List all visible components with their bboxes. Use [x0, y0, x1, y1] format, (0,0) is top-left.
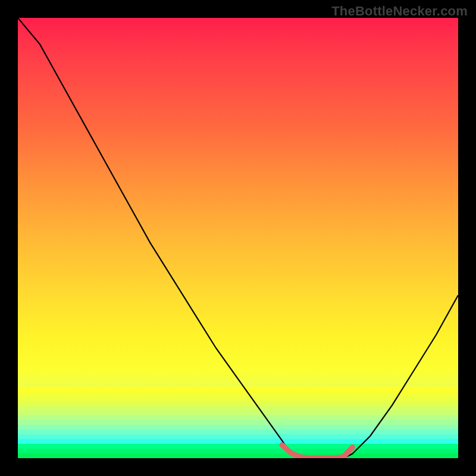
chart-stage: TheBottleNecker.com: [0, 0, 476, 476]
plot-area: [18, 18, 458, 458]
curve-layer: [18, 18, 458, 458]
bottleneck-curve-path: [18, 18, 458, 458]
watermark-text: TheBottleNecker.com: [331, 4, 468, 19]
bottleneck-flat-highlight: [282, 445, 352, 458]
